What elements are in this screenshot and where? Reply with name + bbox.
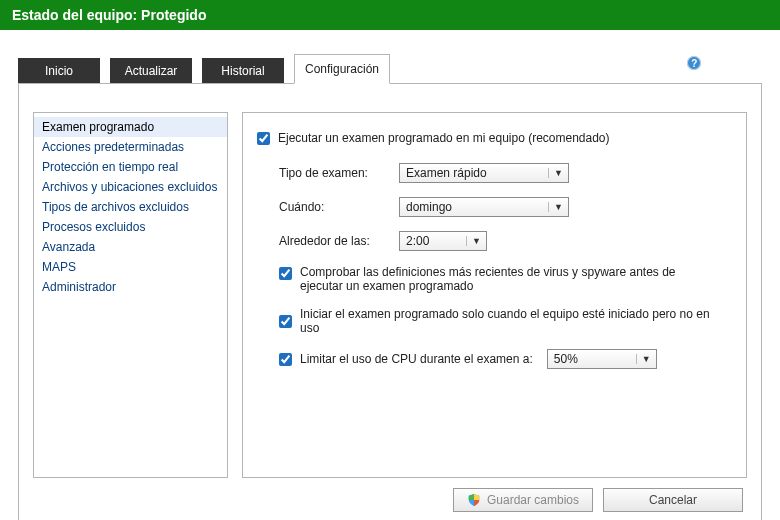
tab-label: Configuración (305, 62, 379, 76)
dialog-buttons: Guardar cambios Cancelar (33, 478, 747, 512)
sidebar-item-procesos[interactable]: Procesos excluidos (34, 217, 227, 237)
tab-configuracion[interactable]: Configuración (294, 54, 390, 84)
label-start-idle: Iniciar el examen programado solo cuando… (300, 307, 732, 335)
label-cpu-limit: Limitar el uso de CPU durante el examen … (300, 352, 533, 366)
sidebar-item-avanzada[interactable]: Avanzada (34, 237, 227, 257)
tab-actualizar[interactable]: Actualizar (110, 58, 192, 84)
checkbox-check-defs[interactable] (279, 267, 292, 280)
select-value: 50% (554, 352, 578, 366)
label-check-defs: Comprobar las definiciones más recientes… (300, 265, 720, 293)
settings-content: Ejecutar un examen programado en mi equi… (242, 112, 747, 478)
select-value: Examen rápido (406, 166, 487, 180)
select-cpu-limit[interactable]: 50% ▼ (547, 349, 657, 369)
save-label: Guardar cambios (487, 493, 579, 507)
cancel-label: Cancelar (649, 493, 697, 507)
label-when: Cuándo: (279, 200, 399, 214)
sidebar-item-admin[interactable]: Administrador (34, 277, 227, 297)
label-around: Alrededor de las: (279, 234, 399, 248)
chevron-down-icon: ▼ (636, 354, 652, 364)
help-label: Ayuda (706, 56, 740, 70)
select-when[interactable]: domingo ▼ (399, 197, 569, 217)
row-scan-type: Tipo de examen: Examen rápido ▼ (279, 163, 732, 183)
tab-label: Historial (221, 64, 264, 78)
row-start-idle: Iniciar el examen programado solo cuando… (279, 307, 732, 335)
help-menu[interactable]: ? Ayuda ▼ (687, 56, 754, 70)
sidebar-item-label: Administrador (42, 280, 116, 294)
shield-icon (467, 493, 481, 507)
sidebar-item-label: Acciones predeterminadas (42, 140, 184, 154)
tab-historial[interactable]: Historial (202, 58, 284, 84)
sidebar-item-label: Examen programado (42, 120, 154, 134)
sidebar-item-label: Avanzada (42, 240, 95, 254)
select-value: 2:00 (406, 234, 429, 248)
checkbox-run-scheduled[interactable] (257, 132, 270, 145)
settings-sidebar: Examen programado Acciones predeterminad… (33, 112, 228, 478)
row-run-scheduled: Ejecutar un examen programado en mi equi… (257, 131, 732, 145)
row-check-defs: Comprobar las definiciones más recientes… (279, 265, 732, 293)
chevron-down-icon: ▼ (548, 202, 564, 212)
sidebar-item-tipos-arch[interactable]: Tipos de archivos excluidos (34, 197, 227, 217)
tab-label: Inicio (45, 64, 73, 78)
chevron-down-icon: ▼ (745, 58, 754, 68)
sidebar-item-proteccion[interactable]: Protección en tiempo real (34, 157, 227, 177)
tab-label: Actualizar (125, 64, 178, 78)
tab-inicio[interactable]: Inicio (18, 58, 100, 84)
sidebar-item-examen-programado[interactable]: Examen programado (34, 117, 227, 137)
label-run-scheduled: Ejecutar un examen programado en mi equi… (278, 131, 610, 145)
sidebar-item-label: Protección en tiempo real (42, 160, 178, 174)
sidebar-item-archivos-ubic[interactable]: Archivos y ubicaciones excluidos (34, 177, 227, 197)
row-cpu-limit: Limitar el uso de CPU durante el examen … (279, 349, 732, 369)
checkbox-cpu-limit[interactable] (279, 353, 292, 366)
row-around: Alrededor de las: 2:00 ▼ (279, 231, 732, 251)
chevron-down-icon: ▼ (548, 168, 564, 178)
settings-panel: Examen programado Acciones predeterminad… (18, 83, 762, 520)
row-when: Cuándo: domingo ▼ (279, 197, 732, 217)
chevron-down-icon: ▼ (466, 236, 482, 246)
cancel-button[interactable]: Cancelar (603, 488, 743, 512)
label-scan-type: Tipo de examen: (279, 166, 399, 180)
save-button[interactable]: Guardar cambios (453, 488, 593, 512)
select-value: domingo (406, 200, 452, 214)
sidebar-item-label: Archivos y ubicaciones excluidos (42, 180, 217, 194)
status-bar: Estado del equipo: Protegido (0, 0, 780, 30)
sidebar-item-label: Procesos excluidos (42, 220, 145, 234)
tab-strip: Inicio Actualizar Historial Configuració… (0, 30, 780, 84)
status-text: Estado del equipo: Protegido (12, 7, 206, 23)
sidebar-item-label: MAPS (42, 260, 76, 274)
select-scan-type[interactable]: Examen rápido ▼ (399, 163, 569, 183)
help-icon: ? (687, 56, 701, 70)
select-around[interactable]: 2:00 ▼ (399, 231, 487, 251)
checkbox-start-idle[interactable] (279, 315, 292, 328)
sidebar-item-label: Tipos de archivos excluidos (42, 200, 189, 214)
sidebar-item-acciones[interactable]: Acciones predeterminadas (34, 137, 227, 157)
sidebar-item-maps[interactable]: MAPS (34, 257, 227, 277)
